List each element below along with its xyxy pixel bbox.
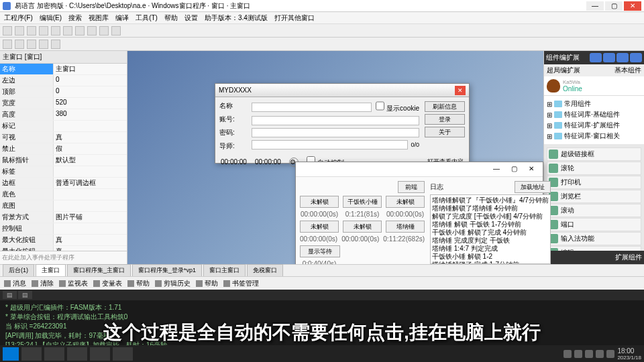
- toolbar-button[interactable]: [99, 26, 109, 36]
- toolbar-button[interactable]: [39, 40, 48, 49]
- status-item[interactable]: 帮助: [196, 279, 218, 288]
- tutor-input[interactable]: [252, 140, 408, 149]
- editor-tab[interactable]: 窗口程序集_主窗口: [67, 264, 131, 276]
- front-button[interactable]: 前端: [398, 181, 425, 193]
- tray-icon[interactable]: [606, 350, 614, 358]
- tool-item[interactable]: 浏览栏: [547, 190, 641, 203]
- property-row[interactable]: 左边0: [0, 75, 127, 86]
- start-button[interactable]: [3, 347, 19, 361]
- dialog2-titlebar[interactable]: — ▢ ✕: [296, 162, 543, 177]
- status-item[interactable]: 剪辑历史: [155, 279, 191, 288]
- menu-item[interactable]: 打开其他窗口: [274, 13, 315, 23]
- menu-item[interactable]: 工具(T): [136, 13, 158, 23]
- tool-item[interactable]: 滚轮: [547, 162, 641, 175]
- tool-item[interactable]: 超级链接框: [547, 147, 641, 161]
- maximize-button[interactable]: ▢: [605, 1, 623, 11]
- toolbar-button[interactable]: [63, 26, 72, 36]
- property-row[interactable]: 名称主窗口: [0, 64, 127, 75]
- toolbar-button[interactable]: [111, 26, 121, 36]
- tree-item[interactable]: ⊞特征词库·扩展组件: [547, 120, 641, 131]
- tool-item[interactable]: 编辑: [547, 246, 641, 251]
- tree-item[interactable]: ⊞常用组件: [547, 99, 641, 109]
- toolbar-button[interactable]: [3, 26, 12, 36]
- tool-item[interactable]: 端口: [547, 218, 641, 231]
- about-button[interactable]: 关于: [425, 127, 465, 137]
- property-row[interactable]: 顶部0: [0, 86, 127, 98]
- property-row[interactable]: 边框普通可调边框: [0, 178, 127, 189]
- toolbar-button[interactable]: [27, 26, 36, 36]
- property-row[interactable]: 标记: [0, 121, 127, 132]
- load-addr-button[interactable]: 加载地址: [515, 181, 551, 193]
- task-button[interactable]: 塔纳锤: [386, 221, 425, 233]
- task-button[interactable]: 未解锁: [300, 196, 339, 208]
- minimize-button[interactable]: —: [586, 1, 604, 11]
- close-button[interactable]: ✕: [624, 1, 641, 11]
- task-button[interactable]: 干饭铁小锤: [343, 196, 382, 208]
- editor-tab[interactable]: 窗口程序集_登录*vp1: [132, 264, 202, 276]
- dialog-title[interactable]: MYDXXXX ✕: [215, 84, 469, 97]
- taskbar-item[interactable]: [21, 347, 42, 361]
- status-item[interactable]: 监视表: [59, 279, 88, 288]
- property-row[interactable]: 控制钮: [0, 223, 127, 235]
- property-row[interactable]: 可视真: [0, 132, 127, 143]
- toolbar-button[interactable]: [75, 26, 85, 36]
- menu-item[interactable]: 工程序(F): [4, 13, 33, 23]
- status-item[interactable]: 帮助: [127, 279, 150, 288]
- login-button[interactable]: 登录: [425, 114, 465, 125]
- taskbar-item[interactable]: [67, 347, 87, 361]
- toolbar-button[interactable]: [51, 40, 60, 49]
- property-row[interactable]: 标签: [0, 166, 127, 178]
- taskbar-item[interactable]: [90, 347, 110, 361]
- toolbar-button[interactable]: [15, 26, 24, 36]
- menu-item[interactable]: 助手版本：3.4测试版: [205, 13, 268, 23]
- maximize-icon[interactable]: ▢: [506, 164, 522, 175]
- menu-item[interactable]: 编辑(E): [40, 13, 62, 23]
- property-row[interactable]: 高度380: [0, 109, 127, 121]
- task-button[interactable]: 未解锁: [343, 221, 382, 233]
- properties-grid[interactable]: 名称主窗口左边0顶部0宽度520高度380标记可视真禁止假鼠标指针默认型标签边框…: [0, 64, 127, 251]
- tray-icon[interactable]: [574, 350, 582, 358]
- console-tab[interactable]: ▤: [18, 291, 32, 299]
- badge-icon[interactable]: [630, 53, 642, 62]
- tree-item[interactable]: ⊞特征词库·窗口相关: [547, 131, 641, 141]
- badge-icon[interactable]: [616, 53, 629, 62]
- status-item[interactable]: 消息: [4, 279, 26, 288]
- component-tree[interactable]: ⊞常用组件⊞特征词库·基础组件⊞特征词库·扩展组件⊞特征词库·窗口相关: [544, 96, 644, 144]
- tree-item[interactable]: ⊞特征词库·基础组件: [547, 109, 641, 120]
- menu-item[interactable]: 编译: [115, 13, 129, 23]
- toolbar-button[interactable]: [87, 26, 97, 36]
- property-row[interactable]: 鼠标指针默认型: [0, 155, 127, 166]
- close-icon[interactable]: ✕: [523, 164, 539, 175]
- tool-item[interactable]: 滚动: [547, 204, 641, 217]
- badge-icon[interactable]: [603, 53, 615, 62]
- console-tab[interactable]: ▤: [3, 291, 17, 299]
- property-row[interactable]: 背景方式图片平铺: [0, 212, 127, 223]
- toolbar-button[interactable]: [3, 40, 12, 49]
- property-row[interactable]: 底色: [0, 189, 127, 200]
- toolbar-button[interactable]: [15, 40, 24, 49]
- tray-icon[interactable]: [564, 350, 572, 358]
- cookie-checkbox[interactable]: 显示cookie: [376, 101, 419, 113]
- name-input[interactable]: [252, 103, 372, 112]
- property-row[interactable]: 底图: [0, 200, 127, 212]
- taskbar-item[interactable]: [44, 347, 64, 361]
- toolbar-button[interactable]: [51, 26, 60, 36]
- property-row[interactable]: 最大化按钮真: [0, 235, 127, 246]
- tool-item[interactable]: 输入法功能: [547, 232, 641, 245]
- show-wait-button[interactable]: 显示等待: [300, 245, 340, 257]
- menu-item[interactable]: 帮助: [164, 13, 178, 23]
- tray-icon[interactable]: [596, 350, 604, 358]
- toolbar-button[interactable]: [27, 40, 36, 49]
- refresh-button[interactable]: 刷新信息: [425, 101, 465, 112]
- property-row[interactable]: 宽度520: [0, 98, 127, 109]
- log-textarea[interactable]: 塔纳锤解锁了『干饭铁小锤』4/7分钟前塔纳锤解锁了塔纳锤 4分钟前解锁了完成度 …: [430, 194, 551, 264]
- account-input[interactable]: [252, 116, 419, 125]
- property-row[interactable]: 禁止假: [0, 143, 127, 155]
- status-item[interactable]: 变量表: [93, 279, 122, 288]
- task-button[interactable]: 未解锁: [386, 196, 425, 208]
- taskbar-item[interactable]: [113, 347, 133, 361]
- toolbar-button[interactable]: [39, 26, 48, 36]
- password-input[interactable]: [252, 128, 419, 137]
- badge-icon[interactable]: [590, 53, 602, 62]
- minimize-icon[interactable]: —: [488, 164, 504, 175]
